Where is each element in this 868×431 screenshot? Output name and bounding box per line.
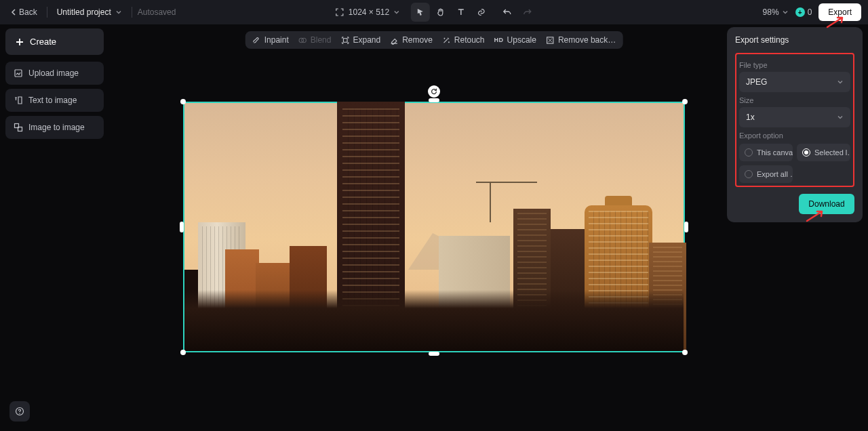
file-type-select[interactable]: JPEG bbox=[739, 72, 850, 92]
zoom-value: 98% bbox=[763, 7, 779, 17]
chevron-down-icon bbox=[837, 79, 844, 85]
help-icon bbox=[15, 407, 24, 416]
chevron-down-icon bbox=[782, 9, 789, 16]
rotate-icon bbox=[430, 87, 438, 96]
resize-handle-br[interactable] bbox=[682, 350, 688, 355]
link-icon bbox=[477, 7, 486, 17]
retouch-tool[interactable]: Retouch bbox=[442, 35, 485, 45]
resize-handle-ml[interactable] bbox=[180, 222, 184, 232]
option-selected[interactable]: Selected l… bbox=[797, 144, 850, 161]
svg-rect-5 bbox=[343, 38, 347, 42]
plus-circle-icon: + bbox=[795, 7, 805, 17]
text-to-image-button[interactable]: Text to image bbox=[5, 89, 104, 112]
upscale-tool[interactable]: HD Upscale bbox=[494, 35, 536, 45]
topbar-right: 98% + 0 Export bbox=[763, 3, 861, 21]
export-option-label: Export option bbox=[739, 131, 850, 140]
eraser-icon bbox=[390, 36, 399, 45]
brush-icon bbox=[252, 36, 261, 45]
export-button[interactable]: Export bbox=[818, 3, 861, 21]
image-to-image-button[interactable]: Image to image bbox=[5, 116, 104, 139]
option-export-all[interactable]: Export all … bbox=[739, 165, 793, 183]
autosaved-status: Autosaved bbox=[138, 7, 176, 17]
project-name-text: Untitled project bbox=[57, 7, 111, 17]
chevron-down-icon bbox=[837, 114, 844, 121]
create-button[interactable]: Create bbox=[5, 28, 104, 55]
image-image-icon bbox=[14, 123, 23, 132]
resize-handle-mt[interactable] bbox=[429, 98, 439, 102]
undo-icon bbox=[502, 7, 512, 17]
sidebar-left: Create Upload image Text to image Image … bbox=[5, 28, 104, 143]
expand-tool[interactable]: Expand bbox=[340, 35, 380, 45]
remove-background-tool[interactable]: Remove back… bbox=[546, 35, 616, 45]
back-button[interactable]: Back bbox=[7, 5, 41, 20]
size-label: Size bbox=[739, 96, 850, 104]
inpaint-tool[interactable]: Inpaint bbox=[252, 35, 289, 45]
create-label: Create bbox=[30, 37, 56, 47]
hd-icon: HD bbox=[494, 37, 504, 43]
resize-handle-tr[interactable] bbox=[682, 99, 688, 104]
resize-handle-tl[interactable] bbox=[180, 99, 186, 104]
zoom-control[interactable]: 98% bbox=[763, 7, 789, 17]
export-settings-panel: Export settings File type JPEG Size 1x E… bbox=[727, 27, 863, 222]
redo-icon bbox=[523, 7, 532, 17]
size-select[interactable]: 1x bbox=[739, 107, 850, 127]
chevron-down-icon bbox=[393, 9, 400, 16]
export-panel-title: Export settings bbox=[735, 35, 854, 45]
redo-button[interactable] bbox=[518, 3, 537, 22]
help-button[interactable] bbox=[9, 401, 30, 422]
resize-handle-mb[interactable] bbox=[429, 352, 439, 356]
canvas-size[interactable]: 1024 × 512 bbox=[331, 5, 404, 20]
chevron-left-icon bbox=[11, 9, 16, 16]
rotate-handle[interactable] bbox=[428, 85, 440, 98]
nav-tool-group bbox=[411, 3, 491, 22]
svg-rect-0 bbox=[15, 70, 22, 77]
download-button[interactable]: Download bbox=[799, 194, 854, 214]
radio-icon bbox=[745, 148, 753, 157]
divider bbox=[47, 7, 47, 18]
expand-icon bbox=[340, 36, 349, 45]
cursor-tool[interactable] bbox=[411, 3, 430, 22]
undo-button[interactable] bbox=[498, 3, 517, 22]
credits-value: 0 bbox=[808, 7, 812, 17]
back-label: Back bbox=[19, 7, 37, 17]
file-type-label: File type bbox=[739, 61, 850, 69]
hand-icon bbox=[436, 7, 446, 17]
option-this-canvas[interactable]: This canvas bbox=[739, 144, 793, 161]
selected-image[interactable] bbox=[183, 102, 685, 352]
resize-handle-bl[interactable] bbox=[180, 350, 186, 355]
size-value: 1x bbox=[746, 112, 755, 122]
canvas-size-text: 1024 × 512 bbox=[349, 7, 389, 17]
history-tool-group bbox=[498, 3, 537, 22]
project-name[interactable]: Untitled project bbox=[53, 5, 126, 20]
edit-tools-bar: Inpaint Blend Expand Remove Retouch HD U… bbox=[245, 31, 623, 49]
radio-icon bbox=[745, 170, 753, 178]
chevron-down-icon bbox=[115, 9, 122, 16]
divider bbox=[132, 7, 132, 18]
link-tool[interactable] bbox=[472, 3, 491, 22]
file-type-value: JPEG bbox=[746, 77, 767, 87]
radio-checked-icon bbox=[802, 148, 810, 157]
text-image-icon bbox=[14, 96, 23, 105]
text-to-image-label: Text to image bbox=[28, 96, 77, 105]
image-to-image-label: Image to image bbox=[28, 123, 85, 132]
remove-bg-icon bbox=[546, 36, 555, 45]
cursor-icon bbox=[416, 7, 425, 17]
upload-image-label: Upload image bbox=[28, 68, 79, 78]
credits-badge[interactable]: + 0 bbox=[795, 7, 812, 17]
canvas-selection[interactable] bbox=[183, 102, 685, 352]
resize-icon bbox=[335, 7, 344, 17]
text-tool[interactable] bbox=[452, 3, 471, 22]
annotation-highlight: File type JPEG Size 1x Export option Thi… bbox=[735, 53, 854, 187]
text-icon bbox=[456, 7, 466, 17]
image-content bbox=[184, 103, 684, 351]
hand-tool[interactable] bbox=[431, 3, 450, 22]
remove-tool[interactable]: Remove bbox=[390, 35, 433, 45]
topbar: Back Untitled project Autosaved 1024 × 5… bbox=[0, 0, 868, 24]
topbar-center: 1024 × 512 bbox=[331, 3, 537, 22]
plus-icon bbox=[15, 37, 24, 47]
blend-icon bbox=[298, 36, 307, 45]
blend-tool: Blend bbox=[298, 35, 332, 45]
resize-handle-mr[interactable] bbox=[684, 222, 688, 232]
upload-image-button[interactable]: Upload image bbox=[5, 62, 104, 85]
wand-icon bbox=[442, 36, 451, 45]
